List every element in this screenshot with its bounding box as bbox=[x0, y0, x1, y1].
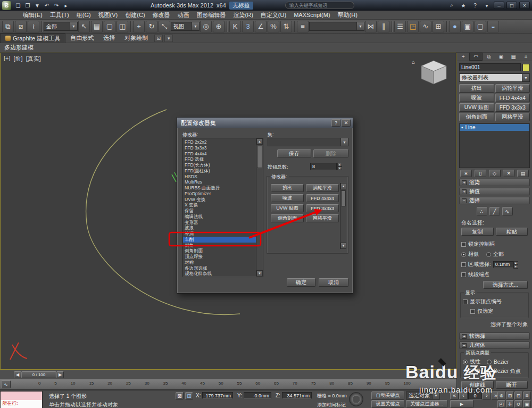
polygon-modeling-panel-label[interactable]: 多边形建模 bbox=[4, 44, 34, 52]
select-and-rotate-icon[interactable]: ↻ bbox=[146, 21, 157, 32]
home-icon[interactable]: ⌂ bbox=[412, 59, 415, 65]
tab-freeform[interactable]: 自由形式 bbox=[65, 34, 98, 43]
track-bar[interactable]: ∿ 05 1015 2025 3035 4045 5055 6065 7075 … bbox=[0, 379, 456, 390]
z-coordinate-field[interactable]: 34.571mm bbox=[282, 392, 312, 399]
menu-create[interactable]: 创建(C) bbox=[121, 11, 148, 19]
mirror-icon[interactable]: ⋈ bbox=[365, 21, 377, 32]
search-icon[interactable]: ⌕ bbox=[447, 1, 456, 10]
rollout-rendering[interactable]: + 渲染 bbox=[459, 179, 530, 186]
time-tag-text[interactable]: 添加时间标记 bbox=[317, 402, 346, 408]
modifier-list-item[interactable]: FFD 2x2x2 bbox=[183, 139, 256, 145]
menu-graph-editors[interactable]: 图形编辑器 bbox=[193, 11, 230, 19]
lock-handles-checkbox[interactable] bbox=[461, 242, 466, 247]
tab-selection[interactable]: 选择 bbox=[98, 34, 120, 43]
vertex-subobject-icon[interactable]: ∴ bbox=[477, 207, 487, 215]
selected-only-checkbox[interactable] bbox=[470, 309, 475, 314]
favorites-star-icon[interactable]: ★ bbox=[459, 1, 468, 10]
modifier-list-item[interactable]: HSDS bbox=[183, 174, 256, 180]
select-object-icon[interactable]: ↖ bbox=[78, 21, 90, 32]
snap-toggle-icon[interactable]: 3 bbox=[242, 21, 254, 32]
maximize-button[interactable]: □ bbox=[506, 2, 517, 9]
total-buttons-field[interactable]: 8 bbox=[310, 163, 337, 170]
search-input[interactable] bbox=[285, 2, 354, 9]
modifier-button-turbosmooth[interactable]: 涡轮平滑 bbox=[495, 84, 530, 93]
menu-modifiers[interactable]: 修改器 bbox=[149, 11, 174, 19]
show-vertex-numbers-checkbox[interactable] bbox=[463, 299, 468, 304]
ribbon-config-icon[interactable]: ⊡ bbox=[154, 35, 163, 42]
next-frame-icon[interactable]: ▶ bbox=[56, 371, 64, 378]
help-dropdown-icon[interactable]: ▾ bbox=[483, 1, 491, 10]
maxscript-mini-listener[interactable]: 所在行: bbox=[0, 391, 43, 408]
time-slider-handle[interactable]: 0 / 100 bbox=[21, 371, 56, 378]
use-pivot-center-icon[interactable]: ◎ bbox=[200, 21, 212, 32]
modifier-list-item[interactable]: FFD(长方体) bbox=[183, 162, 256, 168]
edit-named-selection-sets-icon[interactable]: ≡ bbox=[297, 21, 309, 32]
rollout-geometry[interactable]: − 几何体 bbox=[459, 342, 530, 349]
help-icon[interactable]: ? bbox=[471, 1, 479, 10]
layer-manager-icon[interactable]: ☰ bbox=[394, 21, 406, 32]
named-selection-sets-combo[interactable]: ▼ bbox=[309, 22, 364, 31]
object-name-field[interactable]: Line001 bbox=[459, 63, 521, 71]
pan-icon[interactable]: ✛ bbox=[506, 400, 514, 408]
layer-color-swatch[interactable] bbox=[522, 64, 530, 71]
modifier-list-item[interactable]: 顶点焊接 bbox=[183, 254, 256, 260]
percent-snap-icon[interactable]: % bbox=[268, 21, 279, 32]
remove-modifier-icon[interactable]: ✕ bbox=[503, 170, 514, 177]
scroll-down-icon[interactable]: ▼ bbox=[340, 243, 346, 249]
display-tab-icon[interactable]: ▦ bbox=[508, 53, 520, 61]
set-button-bevel-profile[interactable]: 倒角剖面 bbox=[271, 214, 304, 222]
rectangular-selection-region-icon[interactable]: ▢ bbox=[104, 21, 115, 32]
modifier-list-item[interactable]: 波浪 bbox=[183, 225, 256, 231]
unlink-selection-icon[interactable]: ⧄ bbox=[15, 21, 27, 32]
spinner-arrows[interactable]: ▲▼ bbox=[513, 261, 518, 268]
set-key-button[interactable]: 设置关键点 bbox=[371, 400, 404, 408]
all-modifiers-list[interactable]: FFD 2x2x2 FFD 3x3x3 FFD 4x4x4 FFD 选择 FFD… bbox=[182, 138, 263, 277]
save-set-button[interactable]: 保存 bbox=[277, 149, 311, 157]
select-by-name-icon[interactable]: ▤ bbox=[91, 21, 103, 32]
render-setup-icon[interactable]: ▣ bbox=[462, 21, 473, 32]
previous-frame-icon[interactable]: ◀ bbox=[14, 371, 21, 378]
scroll-thumb[interactable] bbox=[257, 146, 262, 168]
create-tab-icon[interactable]: + bbox=[457, 53, 469, 61]
material-editor-icon[interactable]: ● bbox=[449, 21, 461, 32]
render-production-icon[interactable]: ◒ bbox=[487, 21, 499, 32]
modifier-list-item[interactable]: MultiRes bbox=[183, 179, 256, 185]
select-and-manipulate-icon[interactable]: ⊕ bbox=[213, 21, 225, 32]
modifier-list-item[interactable]: 变形器 bbox=[183, 220, 256, 226]
y-coordinate-field[interactable]: -0.0mm bbox=[244, 392, 271, 399]
modifier-list-item[interactable]: 对称 bbox=[183, 260, 256, 265]
modifier-list-item[interactable]: 保留 bbox=[183, 208, 256, 214]
all-radio[interactable] bbox=[486, 252, 491, 257]
cancel-button[interactable]: 取消 bbox=[319, 278, 348, 287]
configure-modifier-sets-icon[interactable]: ▤ bbox=[517, 170, 529, 177]
smooth-radio[interactable] bbox=[463, 369, 468, 374]
listener-macro-row[interactable] bbox=[1, 392, 42, 400]
spline-subobject-icon[interactable]: ∿ bbox=[502, 207, 513, 215]
linear-radio[interactable] bbox=[463, 360, 468, 364]
absolute-mode-icon[interactable]: ⊞ bbox=[185, 392, 193, 399]
modifier-list-item[interactable]: FFD(圆柱体) bbox=[183, 168, 256, 174]
modify-tab-icon[interactable]: ◠ bbox=[469, 53, 483, 61]
reference-coordinate-combo[interactable]: 视图 ▼ bbox=[171, 22, 200, 31]
rollout-soft-selection[interactable]: + 软选择 bbox=[459, 332, 530, 340]
schematic-view-icon[interactable]: ⊞ bbox=[433, 21, 444, 32]
menu-animation[interactable]: 动画 bbox=[174, 11, 193, 19]
modifier-list-item[interactable]: 编辑法线 bbox=[183, 214, 256, 220]
break-button[interactable]: 断开 bbox=[496, 381, 528, 389]
menu-group[interactable]: 组(G) bbox=[73, 11, 95, 19]
x-coordinate-field[interactable]: -179.737mm bbox=[202, 392, 233, 399]
area-selection-checkbox[interactable] bbox=[461, 262, 466, 267]
set-button-meshsmooth[interactable]: 网格平滑 bbox=[306, 214, 339, 222]
modifier-list-item[interactable]: 补洞 bbox=[183, 231, 256, 237]
viewport-menu-shading[interactable]: [真实] bbox=[26, 55, 41, 63]
ribbon-collapse-icon[interactable]: ▾ bbox=[164, 35, 173, 42]
utilities-tab-icon[interactable]: ⌗ bbox=[520, 53, 532, 61]
menu-customize[interactable]: 自定义(U) bbox=[257, 11, 290, 19]
set-button-noise[interactable]: 噪波 bbox=[271, 194, 304, 202]
spinner-snap-icon[interactable]: ⇅ bbox=[280, 21, 292, 32]
motion-tab-icon[interactable]: ◉ bbox=[495, 53, 508, 61]
app-logo-icon[interactable]: Ƨ bbox=[2, 1, 11, 10]
hierarchy-tab-icon[interactable]: ⧉ bbox=[483, 53, 495, 61]
create-line-button[interactable]: 创建线 bbox=[461, 381, 494, 389]
modifier-button-noise[interactable]: 噪波 bbox=[459, 94, 494, 102]
